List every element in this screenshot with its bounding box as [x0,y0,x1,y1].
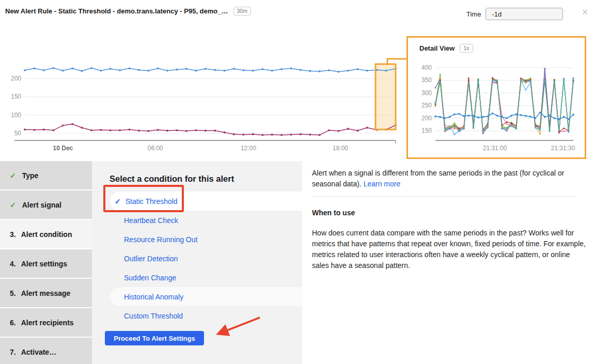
svg-text:12:00: 12:00 [241,145,256,152]
main-chart[interactable]: 5010015020010 Dec06:0012:0018:00 [0,49,403,157]
page-title-row: New Alert Rule - Static Threshold - demo… [5,7,251,15]
sidebar-item-label: Alert settings [21,260,67,268]
step-number: 4. [10,260,16,268]
condition-option-label: Resource Running Out [124,235,197,244]
sidebar-item-label: Type [22,171,39,180]
check-icon: ✓ [10,201,16,209]
svg-text:21:31:30: 21:31:30 [551,145,575,152]
condition-option-historical-anomaly[interactable]: Historical Anomaly [110,287,302,306]
sidebar-item-label: Alert condition [21,230,72,239]
proceed-to-alert-settings-button[interactable]: Proceed To Alert Settings [105,331,204,345]
when-to-use-heading: When to use [312,208,588,218]
detail-view-header: Detail View 1s [419,44,473,53]
sidebar-item-activate[interactable]: 7.Activate… [0,338,92,364]
learn-more-link[interactable]: Learn more [364,180,401,188]
sidebar-item-alert-condition[interactable]: 3.Alert condition [0,220,92,248]
sidebar-item-alert-recipients[interactable]: 6.Alert recipients [0,308,92,337]
resolution-badge: 30m [233,7,251,15]
condition-option-label: Outlier Detection [124,255,178,263]
sidebar-item-label: Alert message [21,289,71,297]
svg-text:300: 300 [421,89,432,97]
sidebar-item-alert-message[interactable]: 5.Alert message [0,279,92,307]
check-icon: ✓ [10,171,16,180]
step-number: 3. [10,230,16,239]
time-label: Time [466,10,481,18]
svg-text:200: 200 [421,115,432,122]
series-p95-latency-blue [25,68,396,72]
annotation-red-box [103,185,184,212]
detail-chart[interactable]: 15020025030035040021:31:0021:31:30 [408,38,585,157]
condition-option-sudden-change[interactable]: Sudden Change [92,268,302,287]
condition-heading: Select a condition for this alert [109,174,234,184]
time-range-input[interactable] [486,8,563,20]
sidebar-item-alert-settings[interactable]: 4.Alert settings [0,249,92,278]
step-number: 6. [10,319,16,327]
sidebar-item-alert-signal[interactable]: ✓Alert signal [0,191,92,219]
close-icon[interactable]: ✕ [582,8,588,17]
detail-resolution-badge: 1s [460,44,473,53]
svg-text:100: 100 [11,112,21,119]
svg-text:150: 150 [421,127,432,134]
page-title: New Alert Rule - Static Threshold - demo… [5,7,228,15]
condition-option-heartbeat-check[interactable]: Heartbeat Check [92,211,302,230]
detail-view-title: Detail View [419,44,455,52]
divider [312,196,576,197]
condition-option-label: Heartbeat Check [124,216,178,225]
description-panel: Alert when a signal is different from th… [302,161,595,364]
sidebar-item-type[interactable]: ✓Type [0,161,92,189]
condition-option-label: Sudden Change [124,274,176,282]
svg-text:400: 400 [421,64,432,71]
condition-option-label: Historical Anomaly [124,293,183,301]
detail-view-panel: 15020025030035040021:31:0021:31:30 Detai… [406,36,586,159]
sidebar-item-label: Alert recipients [21,319,74,327]
svg-text:10 Dec: 10 Dec [53,145,73,152]
series-dark-red [435,78,573,132]
svg-text:200: 200 [11,75,21,82]
svg-text:250: 250 [421,102,432,109]
svg-text:18:00: 18:00 [333,145,348,152]
svg-text:06:00: 06:00 [148,145,163,152]
condition-option-outlier-detection[interactable]: Outlier Detection [92,249,302,268]
sidebar: ✓Type✓Alert signal3.Alert condition4.Ale… [0,161,92,364]
condition-option-custom-threshold[interactable]: Custom Threshold [92,306,302,325]
svg-text:150: 150 [11,93,21,100]
svg-text:350: 350 [421,76,432,84]
step-number: 5. [10,289,16,297]
svg-text:50: 50 [14,130,22,137]
time-range-group: Time [466,8,563,20]
condition-option-label: Custom Threshold [124,312,183,320]
condition-option-resource-running-out[interactable]: Resource Running Out [92,230,302,249]
condition-description: Alert when a signal is different from th… [312,168,588,189]
svg-text:21:31:00: 21:31:00 [483,145,507,152]
sidebar-item-label: Alert signal [22,201,61,209]
when-to-use-body: How does current data compare with the s… [312,228,588,271]
step-number: 7. [10,348,16,356]
sidebar-item-label: Activate… [21,348,56,356]
